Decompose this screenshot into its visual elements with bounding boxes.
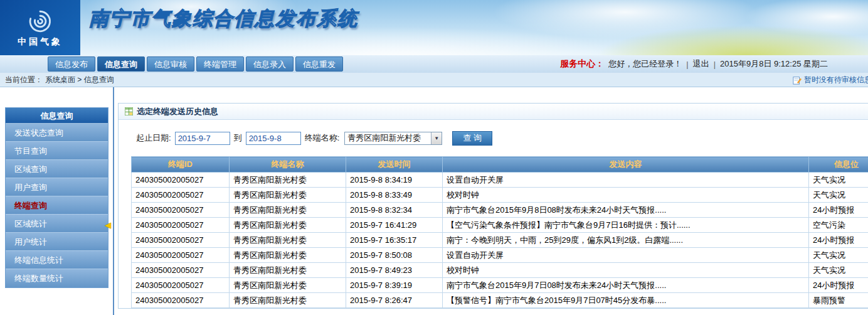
sidebar-item-4[interactable]: 用户查询	[6, 178, 108, 196]
logout-link[interactable]: 退出	[693, 58, 709, 70]
sidebar: 信息查询 发送状态查询节目查询区域查询用户查询终端查询区域统计用户统计终端信息统…	[5, 107, 109, 288]
datetime-text: 2015年9月8日 9:12:25 星期二	[720, 58, 828, 70]
pencil-note-icon	[793, 76, 802, 85]
table-row: 240305002005027青秀区南阳新光村委2015-9-7 8:39:19…	[132, 278, 868, 293]
sidebar-item-9[interactable]: 终端数量统计	[6, 269, 108, 287]
section-title: 选定终端发送历史信息	[137, 106, 218, 117]
table-cell: 2015-9-7 8:26:47	[346, 293, 443, 308]
breadcrumb[interactable]: 系统桌面 > 信息查询	[45, 73, 114, 87]
table-cell: 天气实况	[809, 263, 868, 278]
table-cell: 【空气污染气象条件预报】南宁市气象台9月7日16时提供：预计......	[443, 218, 809, 233]
table-cell: 240305002005027	[132, 188, 230, 203]
sidebar-items: 发送状态查询节目查询区域查询用户查询终端查询区域统计用户统计终端信息统计终端数量…	[6, 124, 108, 287]
service-center-label: 服务中心：	[560, 58, 604, 70]
table-cell: 青秀区南阳新光村委	[230, 188, 346, 203]
sidebar-item-7[interactable]: 用户统计	[6, 233, 108, 251]
terminal-select-value: 青秀区南阳新光村委	[345, 132, 431, 144]
table-cell: 南宁：今晚到明天，中雨，25到29度，偏东风1到2级。白露端......	[443, 233, 809, 248]
terminal-name-label: 终端名称:	[305, 132, 340, 144]
table-cell: 2015-9-7 8:39:19	[346, 278, 443, 293]
sidebar-collapse-arrow-icon[interactable]: ◀	[105, 220, 111, 230]
table-cell: 空气污染	[809, 218, 868, 233]
table-cell: 青秀区南阳新光村委	[230, 233, 346, 248]
table-cell: 青秀区南阳新光村委	[230, 278, 346, 293]
table-cell: 240305002005027	[132, 293, 230, 308]
table-icon	[125, 107, 133, 115]
table-row: 240305002005027青秀区南阳新光村委2015-9-8 8:32:34…	[132, 203, 868, 218]
sidebar-item-2[interactable]: 节目查询	[6, 142, 108, 160]
breadcrumb-label: 当前位置：	[5, 73, 43, 87]
cma-logo-text: 中国气象	[18, 36, 63, 48]
table-cell: 2015-9-7 8:50:08	[346, 248, 443, 263]
table-row: 240305002005027青秀区南阳新光村委2015-9-7 16:41:2…	[132, 218, 868, 233]
history-table-body: 240305002005027青秀区南阳新光村委2015-9-8 8:34:19…	[132, 173, 868, 308]
history-table-head-row: 终端ID终端名称发送时间发送内容信息位	[132, 157, 868, 173]
date-from-input[interactable]	[175, 132, 230, 145]
top-banner: 中国气象 南宁市气象综合信息发布系统	[0, 0, 868, 55]
table-cell: 青秀区南阳新光村委	[230, 218, 346, 233]
table-row: 240305002005027青秀区南阳新光村委2015-9-8 8:33:49…	[132, 188, 868, 203]
table-cell: 240305002005027	[132, 218, 230, 233]
table-cell: 240305002005027	[132, 233, 230, 248]
date-range-label: 起止日期:	[136, 132, 171, 144]
breadcrumb-bar: 当前位置： 系统桌面 > 信息查询 暂时没有待审核信息	[0, 73, 868, 87]
table-cell: 240305002005027	[132, 263, 230, 278]
cma-logo: 中国气象	[0, 0, 80, 55]
table-cell: 青秀区南阳新光村委	[230, 248, 346, 263]
table-cell: 【预警信号】南宁市气象台2015年9月7日07时45分发布暴.....	[443, 293, 809, 308]
nav-tab-3[interactable]: 信息审核	[147, 56, 194, 72]
column-header: 终端名称	[230, 157, 346, 173]
table-cell: 青秀区南阳新光村委	[230, 203, 346, 218]
table-cell: 设置自动开关屏	[443, 248, 809, 263]
table-cell: 24小时预报	[809, 203, 868, 218]
nav-tab-1[interactable]: 信息发布	[48, 56, 95, 72]
column-header: 终端ID	[132, 157, 230, 173]
nav-separator: |	[714, 60, 716, 69]
table-cell: 青秀区南阳新光村委	[230, 173, 346, 188]
table-cell: 240305002005027	[132, 248, 230, 263]
column-header: 发送时间	[346, 157, 443, 173]
table-cell: 天气实况	[809, 248, 868, 263]
page: 中国气象 南宁市气象综合信息发布系统 信息发布信息查询信息审核终端管理信息录入信…	[0, 0, 868, 315]
dropdown-arrow-icon: ▼	[431, 132, 442, 144]
sidebar-item-6[interactable]: 区域统计	[6, 215, 108, 233]
column-header: 信息位	[809, 157, 868, 173]
table-row: 240305002005027青秀区南阳新光村委2015-9-7 8:50:08…	[132, 248, 868, 263]
sidebar-title: 信息查询	[6, 108, 108, 124]
sidebar-divider	[113, 87, 114, 315]
table-cell: 2015-9-8 8:34:19	[346, 173, 443, 188]
filter-row: 起止日期: 到 终端名称: 青秀区南阳新光村委 ▼ 查 询	[119, 130, 868, 146]
table-cell: 校对时钟	[443, 263, 809, 278]
main-nav: 信息发布信息查询信息审核终端管理信息录入信息重发 服务中心： 您好，您已经登录！…	[0, 55, 868, 73]
sidebar-item-1[interactable]: 发送状态查询	[6, 124, 108, 142]
column-header: 发送内容	[443, 157, 809, 173]
nav-tab-4[interactable]: 终端管理	[196, 56, 244, 72]
table-cell: 青秀区南阳新光村委	[230, 293, 346, 308]
nav-separator: |	[686, 60, 688, 69]
date-to-input[interactable]	[246, 132, 301, 145]
login-status: 您好，您已经登录！	[608, 58, 682, 70]
nav-tabs: 信息发布信息查询信息审核终端管理信息录入信息重发	[48, 56, 343, 72]
section-header: 选定终端发送历史信息	[119, 104, 868, 120]
table-cell: 校对时钟	[443, 188, 809, 203]
table-cell: 设置自动开关屏	[443, 173, 809, 188]
sidebar-item-3[interactable]: 区域查询	[6, 160, 108, 178]
sidebar-item-5[interactable]: 终端查询	[6, 196, 108, 215]
table-row: 240305002005027青秀区南阳新光村委2015-9-7 16:35:1…	[132, 233, 868, 248]
nav-tab-2[interactable]: 信息查询	[97, 56, 145, 72]
table-cell: 24小时预报	[809, 278, 868, 293]
review-notice: 暂时没有待审核信息	[804, 73, 868, 87]
nav-tab-6[interactable]: 信息重发	[295, 56, 343, 72]
app-title: 南宁市气象综合信息发布系统	[89, 6, 358, 32]
table-cell: 2015-9-7 8:49:23	[346, 263, 443, 278]
nav-tab-5[interactable]: 信息录入	[246, 56, 294, 72]
table-cell: 240305002005027	[132, 203, 230, 218]
table-cell: 南宁市气象台2015年9月7日08时发布未来24小时天气预报.....	[443, 278, 809, 293]
main-panel: 选定终端发送历史信息 起止日期: 到 终端名称: 青秀区南阳新光村委 ▼ 查 询…	[118, 103, 868, 309]
table-row: 240305002005027青秀区南阳新光村委2015-9-7 8:26:47…	[132, 293, 868, 308]
terminal-select[interactable]: 青秀区南阳新光村委 ▼	[344, 132, 442, 145]
sidebar-item-8[interactable]: 终端信息统计	[6, 251, 108, 269]
history-table: 终端ID终端名称发送时间发送内容信息位 240305002005027青秀区南阳…	[131, 156, 868, 308]
table-row: 240305002005027青秀区南阳新光村委2015-9-8 8:34:19…	[132, 173, 868, 188]
query-button[interactable]: 查 询	[452, 131, 492, 146]
